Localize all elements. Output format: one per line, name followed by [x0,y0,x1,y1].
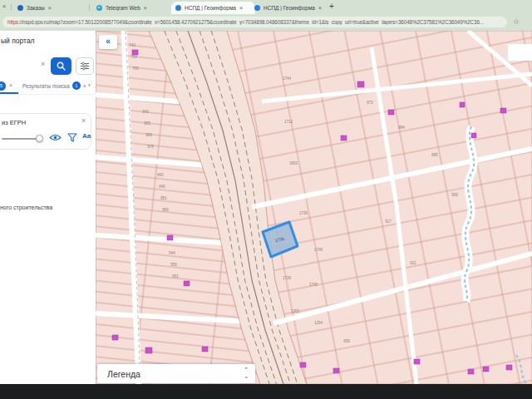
svg-text:765: 765 [132,66,139,71]
tab-label: НСПД | Геоинформационн... [185,5,236,11]
svg-text:842: 842 [157,173,164,177]
svg-text:955: 955 [144,121,150,126]
divider [0,94,96,95]
svg-text:978: 978 [147,145,154,149]
svg-text:754: 754 [131,55,137,59]
browser-tab-strip: × Заказы × Telegram Web × НСПД | Геоинфо… [0,0,532,14]
tab-label: Заказы [27,5,45,11]
labels-icon[interactable]: Aa [82,132,91,140]
svg-text:1746: 1746 [314,248,323,252]
portal-title: ый портал [1,37,35,45]
close-icon[interactable]: × [48,5,52,11]
map-container: 1735 743754 765943 955966 978842 846851 … [96,31,532,384]
svg-text:851: 851 [160,196,167,200]
browser-url-bar: https://nspd.gov.ru/map?zoom=17.50122008… [0,14,532,32]
sliders-icon [80,62,90,71]
svg-text:906: 906 [451,193,458,197]
svg-text:895: 895 [431,153,438,157]
close-icon[interactable]: × [2,3,6,9]
search-icon [57,62,66,71]
svg-text:1744: 1744 [283,76,292,81]
new-tab-button[interactable]: + [329,2,334,11]
chevron-right-icon[interactable]: › [88,81,91,89]
close-icon[interactable]: × [81,116,86,125]
tab-label: Telegram Web [106,5,140,11]
tab-orders[interactable]: Заказы × [13,2,95,14]
legend-expand-icon[interactable]: ⌃⌄ [244,367,249,380]
bookmark-star-icon[interactable]: ☆ [513,17,520,27]
construction-objects-text: ного строительства [0,204,52,210]
close-icon[interactable]: × [144,5,147,11]
address-bar-input[interactable]: https://nspd.gov.ru/map?zoom=17.50122008… [2,17,507,27]
svg-text:561: 561 [172,274,179,278]
close-icon[interactable]: × [9,82,12,88]
tab-telegram[interactable]: Telegram Web × [92,2,175,14]
close-icon[interactable]: × [318,5,322,11]
opacity-slider[interactable] [2,138,40,140]
legend-label: Легенда [107,369,140,379]
filter-funnel-icon[interactable] [67,133,77,142]
svg-text:1736: 1736 [299,211,308,215]
svg-text:544: 544 [169,251,175,255]
svg-text:1726: 1726 [283,276,292,280]
tab-label: НСПД | Геоинформацион... [264,5,315,11]
svg-text:1712: 1712 [284,120,293,124]
search-button[interactable] [51,57,71,75]
tab-separator [11,4,12,11]
cadastral-map[interactable]: 1735 743754 765943 955966 978842 846851 … [96,31,532,384]
svg-text:921: 921 [410,261,416,265]
tab-search-results[interactable]: Результаты поиска 1 × [22,81,86,90]
svg-text:1693: 1693 [289,161,298,165]
open-area [508,44,532,61]
nspd-favicon-icon [175,5,181,11]
tab-nspd-second[interactable]: НСПД | Геоинформацион... × [250,2,332,14]
svg-text:873: 873 [367,101,373,105]
svg-text:943: 943 [142,110,149,114]
svg-text:1745: 1745 [309,283,318,287]
telegram-favicon-icon [96,5,102,11]
close-icon[interactable]: × [239,5,243,11]
tab-separator [89,4,90,11]
close-icon[interactable]: × [83,83,86,89]
layer-card-title: из ЕГРН [2,119,26,126]
svg-text:556: 556 [170,263,177,267]
svg-text:958: 958 [343,339,350,343]
url-text: https://nspd.gov.ru/map?zoom=17.50122008… [7,19,484,25]
collapse-panel-button[interactable]: « [99,35,117,49]
opacity-slider-handle[interactable] [36,135,43,142]
svg-text:743: 743 [129,43,135,47]
svg-text:966: 966 [145,133,152,137]
search-clear-icon[interactable]: × [41,60,45,68]
svg-text:917: 917 [385,219,392,224]
search-settings-button[interactable] [76,57,94,75]
svg-text:1254: 1254 [314,321,323,325]
tab-nspd-active[interactable]: НСПД | Геоинформационн... × [171,2,255,14]
orders-favicon-icon [17,5,23,11]
results-count-badge: 1 [72,81,81,90]
nspd-favicon-icon [254,5,260,11]
svg-text:884: 884 [398,126,405,130]
results-tab-label: Результаты поиска [22,83,70,89]
taskbar-strip [0,384,532,399]
svg-text:846: 846 [159,185,165,189]
visibility-eye-icon[interactable] [49,133,62,142]
svg-text:856: 856 [162,208,169,212]
svg-text:1253: 1253 [291,309,300,313]
legend-bar[interactable]: Легенда ⌃⌄ [97,364,255,383]
